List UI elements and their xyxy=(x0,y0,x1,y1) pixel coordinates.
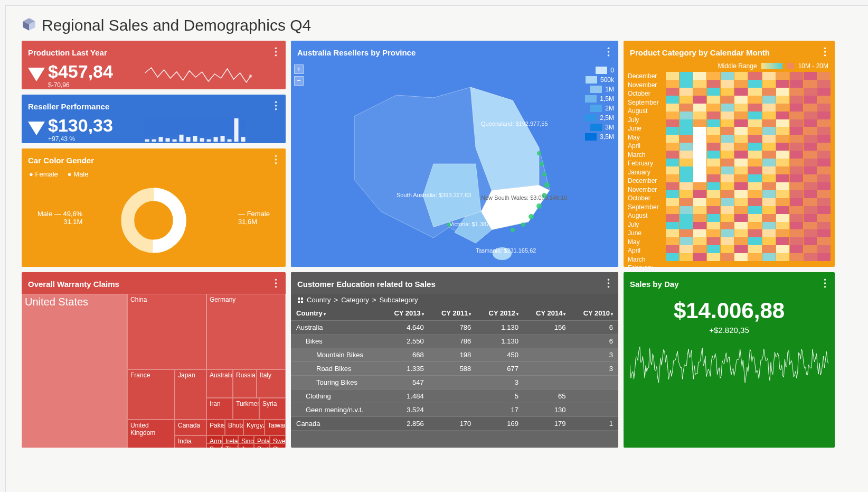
svg-point-37 xyxy=(542,172,546,177)
tile-reseller[interactable]: Reseller Performance $130,33 +97,43 % xyxy=(22,95,286,143)
svg-point-27 xyxy=(275,159,277,161)
treemap-node[interactable]: Singapore xyxy=(238,435,254,443)
tile-title: Sales by Day xyxy=(630,280,679,289)
treemap-node[interactable]: Russia xyxy=(233,369,257,398)
treemap-node[interactable]: Iran xyxy=(206,398,233,420)
col-header[interactable]: CY 2012▾ xyxy=(476,306,524,321)
treemap-node[interactable]: Syria xyxy=(259,398,286,420)
treemap-body[interactable]: United StatesChinaGermanyFranceJapanAust… xyxy=(22,294,286,448)
treemap-node[interactable]: the Netherlands xyxy=(238,443,254,448)
svg-point-35 xyxy=(537,151,541,155)
treemap-node[interactable]: Armenia xyxy=(206,435,222,443)
treemap-node[interactable]: France xyxy=(127,369,175,420)
table-row[interactable]: Canada2.8561701691791 xyxy=(291,417,618,431)
treemap-node[interactable]: Taiwan xyxy=(265,420,286,435)
treemap-node[interactable]: United Kingdom xyxy=(127,420,175,448)
tile-menu-button[interactable] xyxy=(272,276,279,292)
svg-rect-21 xyxy=(213,137,218,142)
svg-rect-22 xyxy=(220,136,224,142)
svg-point-3 xyxy=(275,47,277,49)
svg-point-51 xyxy=(608,279,610,281)
kpi-delta: $-70,96 xyxy=(48,81,113,89)
treemap-node[interactable]: Slovakia xyxy=(270,443,286,448)
treemap-node[interactable]: South Africa xyxy=(206,443,222,448)
svg-rect-25 xyxy=(241,137,245,142)
tile-menu-button[interactable] xyxy=(605,276,612,292)
table-row[interactable]: Geen mening/n.v.t.3.52417130 xyxy=(291,403,618,417)
treemap-node[interactable]: Japan xyxy=(175,369,206,420)
treemap-node[interactable]: Italy xyxy=(257,369,286,398)
sales-delta: +$2.820,35 xyxy=(630,326,828,335)
col-header[interactable]: CY 2011▾ xyxy=(429,306,477,321)
treemap-node[interactable]: Poland xyxy=(254,435,270,443)
tile-menu-button[interactable] xyxy=(272,153,279,168)
legend-female: Female xyxy=(29,170,58,178)
svg-point-10 xyxy=(275,108,277,110)
tile-heatmap[interactable]: Product Category by Calendar Month Middl… xyxy=(624,41,835,267)
svg-rect-57 xyxy=(301,301,303,303)
svg-point-45 xyxy=(824,47,826,49)
zoom-in-button[interactable]: + xyxy=(294,64,304,74)
treemap-node[interactable]: Pakistan xyxy=(206,420,225,435)
tile-menu-button[interactable] xyxy=(605,45,612,60)
zoom-out-button[interactable]: − xyxy=(294,76,304,86)
data-table[interactable]: Country▾CY 2013▾CY 2011▾CY 2012▾CY 2014▾… xyxy=(291,306,618,431)
treemap-node[interactable]: India xyxy=(175,435,206,448)
treemap-node[interactable]: Sweden xyxy=(270,435,286,443)
label-sa: South Australia: $393.227,63 xyxy=(397,192,471,198)
spark-bars xyxy=(116,116,279,143)
col-header[interactable]: Country▾ xyxy=(291,306,382,321)
treemap-node[interactable]: Germany xyxy=(206,294,286,369)
treemap-node[interactable]: Australia xyxy=(206,369,233,398)
svg-rect-54 xyxy=(298,298,300,300)
tile-australia-map[interactable]: Australia Resellers by Province + − xyxy=(291,41,618,267)
tile-production[interactable]: Production Last Year $457,84 $-70,96 xyxy=(22,41,286,89)
dashboard-page: Regional Sales and Demographics Q4 Produ… xyxy=(5,5,868,492)
treemap-node[interactable]: Ireland xyxy=(222,435,238,443)
table-row[interactable]: Road Bikes1.3355886773 xyxy=(291,362,618,376)
col-header[interactable]: CY 2014▾ xyxy=(524,306,571,321)
sales-value: $14.006,88 xyxy=(630,298,828,323)
svg-point-31 xyxy=(608,47,610,49)
svg-point-50 xyxy=(275,286,277,288)
table-row[interactable]: Mountain Bikes6681984503 xyxy=(291,348,618,362)
col-header[interactable]: CY 2013▾ xyxy=(382,306,429,321)
tile-menu-button[interactable] xyxy=(272,99,279,114)
svg-point-41 xyxy=(529,214,534,219)
treemap-node[interactable]: Turkmenistan xyxy=(233,398,259,420)
treemap-node[interactable]: United States xyxy=(22,294,127,448)
tile-menu-button[interactable] xyxy=(822,45,828,60)
table-row[interactable]: Australia4.6407861.1301566 xyxy=(291,321,618,335)
tile-car-color-gender[interactable]: Car Color Gender Female Male Male — 49,6… xyxy=(22,148,286,267)
treemap-node[interactable]: Bhutan xyxy=(225,420,243,435)
treemap-node[interactable]: Portugal xyxy=(254,443,270,448)
heatmap-y-labels: DecemberNovemberOctoberSeptemberAugustJu… xyxy=(628,72,666,261)
svg-rect-17 xyxy=(186,137,190,142)
svg-point-9 xyxy=(275,105,277,107)
map-legend: 0500k1M1,5M2M2,5M3M3,5M xyxy=(585,66,614,142)
svg-rect-56 xyxy=(298,301,300,303)
svg-point-46 xyxy=(824,51,826,53)
tile-title: Customer Education related to Sales xyxy=(297,280,436,289)
tile-education-table[interactable]: Customer Education related to Sales Coun… xyxy=(291,272,618,448)
tile-title: Car Color Gender xyxy=(28,156,94,165)
svg-rect-12 xyxy=(152,140,156,142)
table-row[interactable]: Bikes2.5507861.1306 xyxy=(291,335,618,348)
col-header[interactable]: CY 2010▾ xyxy=(571,306,618,321)
tile-menu-button[interactable] xyxy=(272,45,279,60)
table-row[interactable]: Clothing1.484565 xyxy=(291,389,618,403)
table-breadcrumb[interactable]: Country > Category > Subcategory xyxy=(291,294,618,306)
tile-menu-button[interactable] xyxy=(822,276,828,292)
tile-warranty-treemap[interactable]: Overall Warranty Claims United StatesChi… xyxy=(22,272,286,448)
treemap-node[interactable]: China xyxy=(127,294,206,369)
australia-map[interactable] xyxy=(291,62,618,267)
kpi-value: $457,84 xyxy=(48,62,113,80)
treemap-node[interactable]: Kyrgyzstan xyxy=(243,420,265,435)
treemap-node[interactable]: Canada xyxy=(175,420,206,435)
table-row[interactable]: Touring Bikes5473 xyxy=(291,376,618,389)
svg-rect-11 xyxy=(145,140,149,142)
treemap-node[interactable]: Thailand xyxy=(222,443,238,448)
svg-point-26 xyxy=(275,155,277,157)
svg-point-47 xyxy=(824,54,826,57)
tile-sales-by-day[interactable]: Sales by Day $14.006,88 +$2.820,35 xyxy=(624,272,835,448)
